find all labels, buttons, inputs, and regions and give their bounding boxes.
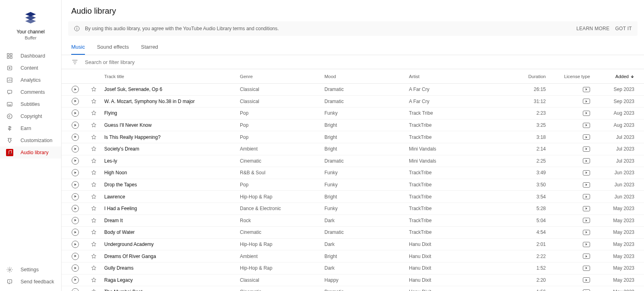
table-row[interactable]: Raga LegacyClassicalHappyHanu Dixit2:20M… xyxy=(62,274,644,287)
play-button[interactable] xyxy=(71,121,79,129)
footer-item-feedback[interactable]: Send feedback xyxy=(0,276,61,288)
star-button[interactable] xyxy=(90,217,98,225)
star-button[interactable] xyxy=(90,121,98,129)
sidebar-item-copyright[interactable]: Copyright xyxy=(0,110,61,122)
sidebar-item-dashboard[interactable]: Dashboard xyxy=(0,50,61,62)
table-row[interactable]: Society's DreamAmbientBrightMini Vandals… xyxy=(62,143,644,155)
star-button[interactable] xyxy=(90,193,98,201)
play-button[interactable] xyxy=(71,240,79,248)
youtube-license-icon xyxy=(583,134,590,140)
track-artist: TrackTribe xyxy=(409,229,497,235)
track-genre: Hip-Hop & Rap xyxy=(240,265,324,271)
star-button[interactable] xyxy=(90,133,98,141)
table-row[interactable]: The Mumbai BeatCinematicDramaticHanu Dix… xyxy=(62,286,644,291)
play-button[interactable] xyxy=(71,228,79,236)
play-button[interactable] xyxy=(71,204,79,213)
got-it-button[interactable]: GOT IT xyxy=(615,26,632,31)
play-button[interactable] xyxy=(71,97,79,105)
track-added: May 2023 xyxy=(590,229,634,235)
star-button[interactable] xyxy=(90,204,98,213)
play-button[interactable] xyxy=(71,252,79,260)
track-artist: TrackTribe xyxy=(409,194,497,200)
star-button[interactable] xyxy=(90,264,98,272)
table-row[interactable]: Gully DreamsHip-Hop & RapDarkHanu Dixit1… xyxy=(62,262,644,274)
channel-block[interactable]: Your channel Buffer xyxy=(0,6,61,47)
star-button[interactable] xyxy=(90,240,98,248)
learn-more-button[interactable]: LEARN MORE xyxy=(576,26,609,31)
play-button[interactable] xyxy=(71,169,79,177)
sidebar-item-customization[interactable]: Customization xyxy=(0,134,61,147)
play-button[interactable] xyxy=(71,145,79,153)
star-button[interactable] xyxy=(90,109,98,117)
tab-sound-effects[interactable]: Sound effects xyxy=(97,40,129,55)
star-button[interactable] xyxy=(90,85,98,93)
play-button[interactable] xyxy=(71,181,79,189)
tab-starred[interactable]: Starred xyxy=(141,40,158,55)
track-added: May 2023 xyxy=(590,254,634,259)
track-artist: TrackTribe xyxy=(409,170,497,175)
sidebar-item-audio[interactable]: Audio library xyxy=(0,147,61,159)
track-table[interactable]: Track title Genre Mood Artist Duration L… xyxy=(62,69,644,291)
table-row[interactable]: Drop the TapesPopFunkyTrackTribe3:50Jun … xyxy=(62,179,644,191)
svg-point-12 xyxy=(8,154,9,155)
table-row[interactable]: FlyingPopFunkyTrack Tribe2:23Aug 2023 xyxy=(62,107,644,120)
track-artist: Hanu Dixit xyxy=(409,254,497,259)
table-row[interactable]: W. A. Mozart, Symphony No.38 in D majorC… xyxy=(62,96,644,108)
tabs: MusicSound effectsStarred xyxy=(62,40,644,55)
th-title[interactable]: Track title xyxy=(104,74,240,79)
sidebar-item-subtitles[interactable]: Subtitles xyxy=(0,98,61,110)
play-button[interactable] xyxy=(71,157,79,165)
table-row[interactable]: Is This Really Happening?PopBrightTrackT… xyxy=(62,131,644,143)
table-row[interactable]: High NoonR&B & SoulFunkyTrackTribe3:49Ju… xyxy=(62,167,644,179)
th-artist[interactable]: Artist xyxy=(409,74,497,79)
table-row[interactable]: Guess I'll Never KnowPopBrightTrackTribe… xyxy=(62,120,644,132)
table-row[interactable]: Dreams Of River GangaAmbientBrightHanu D… xyxy=(62,250,644,262)
th-added[interactable]: Added xyxy=(615,74,634,79)
table-row[interactable]: Les-lyCinematicDramaticMini Vandals2:25J… xyxy=(62,155,644,167)
sidebar-item-content[interactable]: Content xyxy=(0,62,61,74)
play-button[interactable] xyxy=(71,264,79,272)
play-button[interactable] xyxy=(71,109,79,117)
sidebar-item-comments[interactable]: Comments xyxy=(0,86,61,98)
play-button[interactable] xyxy=(71,276,79,284)
track-license xyxy=(546,134,590,140)
star-button[interactable] xyxy=(90,169,98,177)
table-row[interactable]: Body of WaterCinematicDramaticTrackTribe… xyxy=(62,227,644,239)
svg-rect-4 xyxy=(10,54,12,56)
sidebar-item-earn[interactable]: Earn xyxy=(0,122,61,134)
filter-icon[interactable] xyxy=(71,58,78,66)
track-title: Flying xyxy=(104,110,240,116)
youtube-license-icon xyxy=(583,182,590,188)
search-input[interactable] xyxy=(85,59,206,65)
track-artist: TrackTribe xyxy=(409,134,497,140)
tab-music[interactable]: Music xyxy=(71,40,85,55)
th-duration[interactable]: Duration xyxy=(528,74,546,79)
th-license[interactable]: License type xyxy=(564,74,590,79)
star-button[interactable] xyxy=(90,288,98,291)
footer-item-settings[interactable]: Settings xyxy=(0,264,61,276)
play-button[interactable] xyxy=(71,288,79,291)
table-row[interactable]: LawrenceHip-Hop & RapBrightTrackTribe3:5… xyxy=(62,191,644,203)
terms-notice: By using this audio library, you agree w… xyxy=(68,21,638,36)
star-button[interactable] xyxy=(90,252,98,260)
youtube-license-icon xyxy=(583,99,590,104)
table-row[interactable]: Josef Suk, Serenade, Op 6ClassicalDramat… xyxy=(62,84,644,96)
table-row[interactable]: Underground AcademyHip-Hop & RapDarkHanu… xyxy=(62,239,644,251)
table-row[interactable]: I Had a FeelingDance & ElectronicFunkyTr… xyxy=(62,203,644,215)
star-button[interactable] xyxy=(90,145,98,153)
star-button[interactable] xyxy=(90,181,98,189)
th-mood[interactable]: Mood xyxy=(324,74,409,79)
star-button[interactable] xyxy=(90,157,98,165)
track-title: W. A. Mozart, Symphony No.38 in D major xyxy=(104,99,240,104)
table-row[interactable]: Dream ItRockDarkTrackTribe5:04May 2023 xyxy=(62,215,644,227)
play-button[interactable] xyxy=(71,85,79,93)
star-button[interactable] xyxy=(90,97,98,105)
star-button[interactable] xyxy=(90,228,98,236)
youtube-license-icon xyxy=(583,254,590,259)
play-button[interactable] xyxy=(71,133,79,141)
play-button[interactable] xyxy=(71,217,79,225)
play-button[interactable] xyxy=(71,193,79,201)
star-button[interactable] xyxy=(90,276,98,284)
th-genre[interactable]: Genre xyxy=(240,74,324,79)
sidebar-item-analytics[interactable]: Analytics xyxy=(0,74,61,86)
